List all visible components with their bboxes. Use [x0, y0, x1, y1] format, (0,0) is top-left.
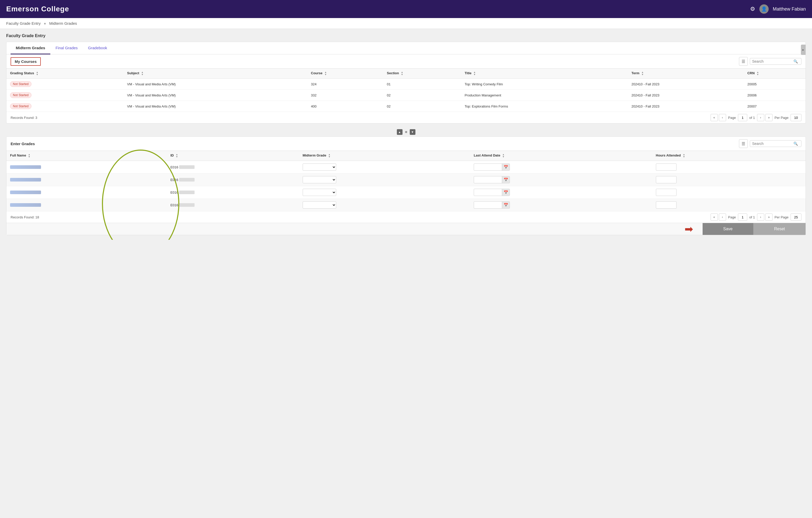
sort-icon-course[interactable]: ▲▼ [324, 71, 327, 76]
red-arrow-icon: ➡ [685, 223, 693, 235]
enter-grades-card: Enter Grades ☰ 🔍 Full Name ▲▼ ID [6, 136, 806, 235]
col-last-attend-date: Last Attend Date ▲▼ [470, 151, 652, 161]
page-content: Faculty Grade Entry Midterm Grades Final… [0, 29, 812, 240]
of-label: of 1 [749, 116, 755, 120]
crn-cell: 20007 [744, 101, 806, 112]
reset-button[interactable]: Reset [753, 223, 806, 235]
per-page-label: Per Page [775, 116, 788, 120]
last-attend-date-input[interactable] [474, 190, 502, 194]
sort-icon-fullname[interactable]: ▲▼ [28, 153, 30, 158]
blurred-student-name [10, 165, 41, 169]
term-cell: 202410 - Fall 2023 [628, 79, 744, 90]
last-page-btn[interactable]: » [765, 114, 773, 121]
courses-filter-button[interactable]: ☰ [739, 57, 748, 66]
sort-icon-subject[interactable]: ▲▼ [141, 71, 143, 76]
last-attend-date-input[interactable] [474, 178, 502, 182]
sort-icon-grading-status[interactable]: ▲▼ [36, 71, 38, 76]
calendar-button[interactable]: 📅 [502, 189, 510, 196]
table-row[interactable]: Not Started VM - Visual and Media Arts (… [6, 90, 806, 101]
expand-down-btn[interactable]: ▼ [410, 129, 415, 135]
blurred-id [179, 203, 195, 207]
id-prefix: E016 [170, 203, 178, 207]
subject-cell: VM - Visual and Media Arts (VM) [124, 90, 307, 101]
last-attend-date-input[interactable] [474, 203, 502, 207]
grades-section-header: Enter Grades ☰ 🔍 [6, 136, 806, 151]
midterm-grade-select[interactable]: A B C D F [303, 163, 336, 171]
last-attend-date-cell: 📅 [470, 199, 652, 211]
username: Matthew Fabian [773, 6, 806, 12]
sort-icon-attend-date[interactable]: ▲▼ [502, 153, 505, 158]
calendar-button[interactable]: 📅 [502, 202, 510, 208]
divider-arrows: ▲ ▼ [6, 128, 806, 136]
course-cell: 324 [307, 79, 383, 90]
first-page-btn[interactable]: « [710, 213, 718, 221]
grades-filter-button[interactable]: ☰ [739, 139, 748, 148]
per-page-input[interactable] [790, 213, 802, 221]
hours-attended-input[interactable] [656, 176, 676, 183]
id-cell: E016 [167, 199, 299, 211]
last-page-btn[interactable]: » [765, 213, 773, 221]
midterm-grade-select[interactable]: A B C D F [303, 176, 336, 183]
date-input-wrapper: 📅 [474, 202, 510, 209]
last-attend-date-input[interactable] [474, 165, 502, 169]
midterm-grade-select[interactable]: A B C D F [303, 189, 336, 196]
table-row: E016 A B C D F [6, 186, 806, 199]
hours-attended-input[interactable] [656, 202, 676, 209]
section-cell: 02 [383, 90, 461, 101]
midterm-grade-select[interactable]: A B C D F [303, 202, 336, 209]
grades-pagination-controls: « ‹ Page of 1 › » Per Page [710, 213, 802, 221]
col-id: ID ▲▼ [167, 151, 299, 161]
next-page-btn[interactable]: › [757, 213, 764, 221]
hours-attended-input[interactable] [656, 163, 676, 171]
col-midterm-grade: Midterm Grade ▲▼ [299, 151, 470, 161]
last-attend-date-cell: 📅 [470, 186, 652, 199]
dot-indicator [405, 131, 407, 133]
blurred-id [179, 178, 195, 182]
sort-icon-midterm[interactable]: ▲▼ [328, 153, 330, 158]
breadcrumb-sep: ● [44, 21, 46, 26]
col-term: Term ▲▼ [628, 69, 744, 79]
page-title: Faculty Grade Entry [6, 33, 806, 38]
last-attend-date-cell: 📅 [470, 174, 652, 186]
date-input-wrapper: 📅 [474, 163, 510, 171]
prev-page-btn[interactable]: ‹ [719, 114, 726, 121]
tab-final-grades[interactable]: Final Grades [50, 42, 83, 54]
tab-midterm-grades[interactable]: Midterm Grades [10, 42, 50, 54]
col-crn: CRN ▲▼ [744, 69, 806, 79]
courses-search-row: ☰ 🔍 ▸ [739, 57, 802, 66]
date-input-wrapper: 📅 [474, 189, 510, 196]
table-row[interactable]: Not Started VM - Visual and Media Arts (… [6, 79, 806, 90]
calendar-button[interactable]: 📅 [502, 176, 510, 183]
sort-icon-term[interactable]: ▲▼ [641, 71, 644, 76]
sort-icon-section[interactable]: ▲▼ [401, 71, 403, 76]
per-page-input[interactable] [790, 114, 802, 121]
courses-search-input[interactable] [752, 59, 793, 63]
hours-attended-input[interactable] [656, 189, 676, 196]
sidebar-toggle[interactable]: ▸ [801, 44, 806, 55]
gear-icon[interactable]: ⚙ [750, 6, 755, 12]
collapse-up-btn[interactable]: ▲ [397, 129, 403, 135]
grades-search-input[interactable] [752, 142, 793, 146]
page-number-input[interactable] [738, 213, 747, 221]
sort-icon-id[interactable]: ▲▼ [176, 153, 178, 158]
next-page-btn[interactable]: › [757, 114, 764, 121]
tab-gradebook[interactable]: Gradebook [83, 42, 112, 54]
sort-icon-title[interactable]: ▲▼ [473, 71, 476, 76]
midterm-grade-cell: A B C D F [299, 174, 470, 186]
table-row[interactable]: Not Started VM - Visual and Media Arts (… [6, 101, 806, 112]
sort-icon-hours[interactable]: ▲▼ [683, 153, 685, 158]
first-page-btn[interactable]: « [710, 114, 718, 121]
grades-search-box: 🔍 [750, 140, 802, 147]
my-courses-button[interactable]: My Courses [10, 57, 41, 66]
prev-page-btn[interactable]: ‹ [719, 213, 726, 221]
course-cell: 400 [307, 101, 383, 112]
page-number-input[interactable] [738, 114, 747, 121]
col-grading-status: Grading Status ▲▼ [6, 69, 124, 79]
sort-icon-crn[interactable]: ▲▼ [756, 71, 759, 76]
blurred-student-name [10, 178, 41, 182]
term-cell: 202410 - Fall 2023 [628, 90, 744, 101]
save-button[interactable]: Save [703, 223, 753, 235]
calendar-button[interactable]: 📅 [502, 164, 510, 171]
tabs-row: Midterm Grades Final Grades Gradebook [6, 42, 806, 54]
midterm-grade-cell: A B C D F [299, 161, 470, 174]
